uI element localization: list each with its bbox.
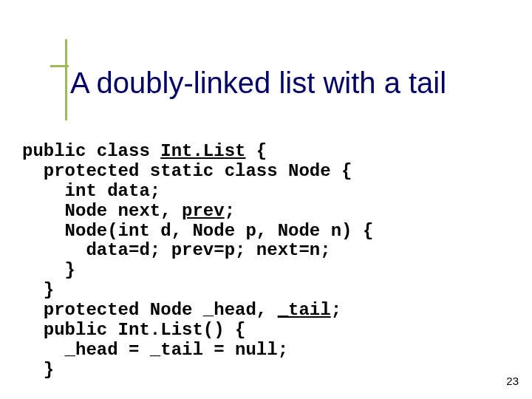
code-line-1c: { (245, 141, 267, 161)
decorative-bar-horizontal (50, 65, 69, 67)
title-area: A doubly-linked list with a tail (70, 66, 517, 99)
code-line-9c: ; (331, 300, 341, 320)
code-line-7: } (22, 260, 75, 280)
code-text: public class Int.List { protected static… (22, 142, 510, 381)
code-line-4a: Node next, (22, 201, 182, 221)
code-line-6: data=d; prev=p; next=n; (22, 240, 331, 260)
code-line-9b: _tail (278, 300, 331, 320)
code-line-9a: protected Node _head, (22, 300, 278, 320)
code-line-4b: prev (182, 201, 225, 221)
code-line-12: } (22, 360, 54, 380)
page-number: 23 (506, 375, 519, 387)
decorative-bar-vertical (65, 39, 67, 120)
code-line-2: protected static class Node { (22, 161, 352, 181)
slide-title: A doubly-linked list with a tail (70, 66, 517, 99)
code-block: public class Int.List { protected static… (22, 142, 510, 381)
code-line-3: int data; (22, 181, 160, 201)
code-line-8: } (22, 280, 54, 300)
code-line-11: _head = _tail = null; (22, 340, 288, 360)
code-line-1a: public class (22, 141, 160, 161)
code-line-5: Node(int d, Node p, Node n) { (22, 221, 373, 241)
code-line-1b: Int.List (160, 141, 245, 161)
slide: A doubly-linked list with a tail public … (0, 0, 532, 399)
code-line-4c: ; (225, 201, 235, 221)
code-line-10: public Int.List() { (22, 320, 245, 340)
